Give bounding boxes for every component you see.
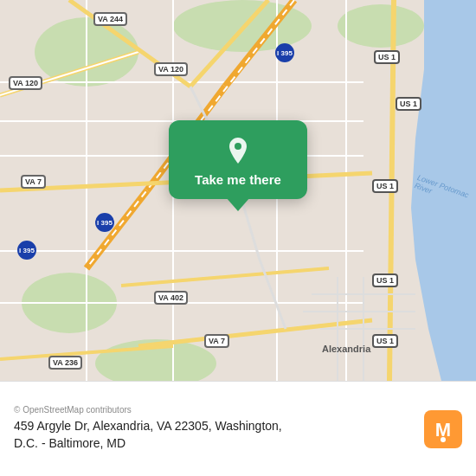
info-bar: © OpenStreetMap contributors 459 Argyle … xyxy=(0,381,476,476)
svg-point-40 xyxy=(441,437,446,442)
copyright-line: © OpenStreetMap contributors xyxy=(14,405,414,415)
moovit-logo: M xyxy=(424,410,462,448)
address-line: 459 Argyle Dr, Alexandria, VA 22305, Was… xyxy=(14,418,414,452)
road-label-i395b: I 395 xyxy=(95,213,114,232)
moovit-icon: M xyxy=(424,410,462,448)
road-label-va244: VA 120 xyxy=(9,76,42,90)
road-label-us1b: US 1 xyxy=(396,97,421,111)
road-label-va236: VA 236 xyxy=(48,356,82,370)
info-text: © OpenStreetMap contributors 459 Argyle … xyxy=(14,405,414,452)
svg-point-4 xyxy=(338,4,424,48)
callout-label: Take me there xyxy=(195,172,281,187)
road-label-i395a: I 395 xyxy=(275,43,294,62)
road-label-us1a: US 1 xyxy=(374,50,400,64)
road-label-va7a: VA 7 xyxy=(21,175,46,189)
road-label-us1c: US 1 xyxy=(372,179,398,193)
road-label-va402: VA 402 xyxy=(154,291,188,305)
road-label-va7b: VA 7 xyxy=(204,334,229,348)
road-label-us1d: US 1 xyxy=(372,273,398,287)
map-callout[interactable]: Take me there xyxy=(169,120,307,199)
road-label-us1e: US 1 xyxy=(372,334,398,348)
location-pin-icon xyxy=(222,136,254,167)
place-label-alexandria: Alexandria xyxy=(322,344,370,354)
map-container: VA 244 VA 120 VA 120 I 395 US 1 US 1 VA … xyxy=(0,0,476,381)
road-label-i395c: I 395 xyxy=(17,241,36,260)
road-label-va120a: VA 244 xyxy=(93,12,127,26)
svg-point-37 xyxy=(235,143,241,150)
road-label-va120b: VA 120 xyxy=(154,62,188,76)
